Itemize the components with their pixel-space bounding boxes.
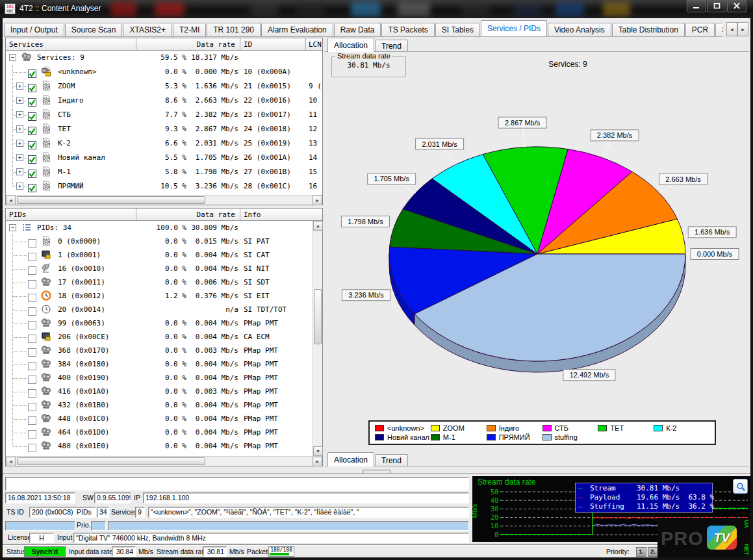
service-row[interactable]: +Новий канал5.5 %1.705 Mb/s26 (0x001A)14: [6, 151, 322, 165]
tab-stream-c[interactable]: Stream C: [715, 23, 723, 36]
tree-expander[interactable]: +: [16, 111, 23, 118]
tab-xtasis2-[interactable]: XTASIS2+: [123, 23, 172, 36]
column-header-id[interactable]: ID: [244, 40, 252, 49]
minimize-button[interactable]: [687, 0, 706, 12]
scroll-right-icon[interactable]: ►: [313, 457, 322, 466]
row-checkbox[interactable]: [28, 125, 36, 133]
pid-row[interactable]: 432 (0x01B0)0.0 %0.004 Mb/sPMap PMT: [6, 398, 313, 412]
row-checkbox[interactable]: [28, 428, 36, 437]
maximize-button[interactable]: [707, 0, 726, 12]
pid-row[interactable]: 20 (0x0014)n/aSI TDT/TOT: [6, 303, 313, 316]
tab-si-tables[interactable]: SI Tables: [435, 23, 480, 36]
scroll-down-icon[interactable]: ▼: [313, 446, 323, 456]
row-checkbox[interactable]: [28, 139, 36, 147]
column-header-lcn[interactable]: LCN: [309, 40, 322, 49]
row-checkbox[interactable]: [28, 360, 36, 368]
row-checkbox[interactable]: [28, 319, 36, 327]
tab-allocation[interactable]: Allocation: [327, 452, 374, 466]
tab-input-output[interactable]: Input / Output: [4, 23, 64, 36]
pid-row[interactable]: 1 (0x0001)0.0 %0.004 Mb/sSI CAT: [6, 248, 313, 262]
pid-row[interactable]: 368 (0x0170)0.0 %0.003 Mb/sPMap PMT: [6, 344, 313, 357]
pid-row[interactable]: 416 (0x01A0)0.0 %0.003 Mb/sPMap PMT: [6, 385, 313, 398]
column-header-services[interactable]: Services: [9, 40, 44, 49]
tree-expander[interactable]: −: [9, 54, 16, 61]
row-checkbox[interactable]: [28, 264, 36, 273]
row-checkbox[interactable]: [28, 346, 36, 355]
tab-trend[interactable]: Trend: [375, 40, 408, 52]
service-row[interactable]: <unknown>0.0 %0.000 Mb/s10 (0x000A): [6, 65, 322, 79]
tab-alarm-evaluation[interactable]: Alarm Evaluation: [261, 23, 333, 36]
service-row[interactable]: +СТБ7.7 %2.382 Mb/s23 (0x0017)11: [6, 108, 322, 122]
row-checkbox[interactable]: [28, 182, 36, 190]
tree-expander[interactable]: −: [9, 224, 16, 231]
service-row[interactable]: +М-15.8 %1.798 Mb/s27 (0x001B)15: [6, 165, 322, 179]
tab-scroll-right-icon[interactable]: ►: [737, 22, 748, 36]
column-header-data-rate[interactable]: Data rate: [139, 210, 235, 220]
row-checkbox[interactable]: [28, 442, 36, 450]
row-checkbox[interactable]: [28, 305, 36, 314]
tab-table-distribution[interactable]: Table Distribution: [612, 23, 685, 36]
row-checkbox[interactable]: [28, 168, 36, 176]
service-row-root[interactable]: −Services: 959.5 %18.317 Mb/s: [6, 51, 322, 65]
row-checkbox[interactable]: [28, 96, 36, 105]
column-header-info[interactable]: Info: [244, 210, 261, 220]
tree-expander[interactable]: +: [16, 168, 23, 175]
pid-row[interactable]: 480 (0x01E0)0.0 %0.004 Mb/sPMap PMT: [6, 439, 313, 453]
scroll-thumb[interactable]: [17, 196, 205, 204]
pid-row[interactable]: 206 (0x00CE)0.0 %0.004 Mb/sCA ECM: [6, 330, 313, 344]
tab-services-pids[interactable]: Services / PIDs: [481, 20, 547, 36]
row-checkbox[interactable]: [28, 82, 36, 90]
tab-trend[interactable]: Trend: [375, 454, 408, 466]
scroll-thumb[interactable]: [17, 457, 205, 465]
row-checkbox[interactable]: [28, 387, 36, 396]
pids-vscrollbar[interactable]: ▲ ▼: [313, 221, 322, 456]
service-row[interactable]: +ZOOM5.3 %1.636 Mb/s21 (0x0015)9 (: [6, 79, 322, 94]
pid-row[interactable]: 400 (0x0190)0.0 %0.004 Mb/sPMap PMT: [6, 371, 313, 385]
pid-row[interactable]: 17 (0x0011)0.0 %0.006 Mb/sSI SDT: [6, 275, 313, 289]
tab-raw-data[interactable]: Raw Data: [334, 23, 381, 36]
pid-row[interactable]: 18 (0x0012)1.2 %0.376 Mb/sSI EIT: [6, 289, 313, 303]
pid-row[interactable]: 384 (0x0180)0.0 %0.004 Mb/sPMap PMT: [6, 357, 313, 371]
pid-row[interactable]: 16 (0x0010)0.0 %0.004 Mb/sSI NIT: [6, 262, 313, 275]
row-checkbox[interactable]: [28, 153, 36, 162]
scroll-right-icon[interactable]: ►: [313, 196, 322, 205]
scroll-left-icon[interactable]: ◄: [6, 457, 16, 466]
tree-expander[interactable]: +: [16, 183, 23, 190]
services-hscrollbar[interactable]: ◄ ►: [6, 195, 322, 205]
tab-ts-packets[interactable]: TS Packets: [381, 23, 434, 36]
tab-scroll-left-icon[interactable]: ◄: [726, 22, 737, 36]
priority-button-1[interactable]: 1.: [636, 547, 646, 557]
tab-t2-mi[interactable]: T2-MI: [173, 23, 206, 36]
pid-row[interactable]: 99 (0x0063)0.0 %0.004 Mb/sPMap PMT: [6, 316, 313, 330]
row-checkbox[interactable]: [28, 292, 36, 300]
column-header-data-rate[interactable]: Data rate: [139, 40, 235, 49]
tree-expander[interactable]: +: [16, 154, 23, 161]
column-header-pids[interactable]: PIDs: [9, 210, 27, 220]
row-checkbox[interactable]: [28, 401, 36, 409]
tab-source-scan[interactable]: Source Scan: [65, 23, 123, 36]
tab-tr-101-290[interactable]: TR 101 290: [207, 23, 261, 36]
tab-pcr[interactable]: PCR: [685, 23, 715, 36]
service-row[interactable]: +ТЕТ9.3 %2.867 Mb/s24 (0x0018)12: [6, 122, 322, 136]
service-row[interactable]: +Індиго8.6 %2.663 Mb/s22 (0x0016)10: [6, 94, 322, 108]
row-checkbox[interactable]: [28, 374, 36, 382]
pid-row-root[interactable]: −PIDs: 34100.0 %30.809 Mb/s: [6, 221, 313, 235]
close-button[interactable]: [727, 0, 747, 12]
scroll-up-icon[interactable]: ▲: [313, 221, 323, 231]
tree-expander[interactable]: +: [16, 97, 23, 104]
tree-expander[interactable]: +: [16, 125, 23, 133]
row-checkbox[interactable]: [28, 110, 36, 119]
service-row[interactable]: +К-26.6 %2.031 Mb/s25 (0x0019)13: [6, 136, 322, 151]
scroll-thumb[interactable]: [314, 289, 322, 344]
row-checkbox[interactable]: [28, 68, 36, 76]
tree-expander[interactable]: +: [16, 140, 23, 147]
scroll-left-icon[interactable]: ◄: [6, 196, 16, 205]
row-checkbox[interactable]: [28, 333, 36, 341]
tab-allocation[interactable]: Allocation: [327, 38, 374, 52]
tab-video-analysis[interactable]: Video Analysis: [548, 23, 611, 36]
tree-expander[interactable]: +: [16, 83, 23, 90]
row-checkbox[interactable]: [28, 237, 36, 246]
pids-hscrollbar[interactable]: ◄ ►: [6, 456, 322, 466]
pid-row[interactable]: 464 (0x01D0)0.0 %0.004 Mb/sPMap PMT: [6, 426, 313, 439]
pid-row[interactable]: 0 (0x0000)0.0 %0.015 Mb/sSI PAT: [6, 235, 313, 248]
